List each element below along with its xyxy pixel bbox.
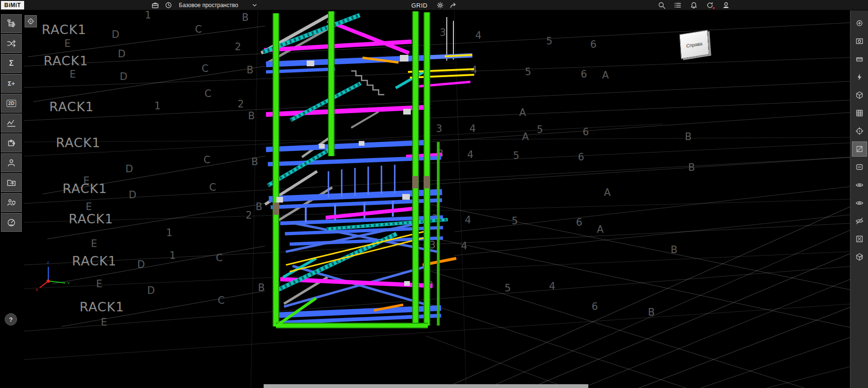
tool-analytics[interactable]: [1, 114, 22, 132]
grid-label: 6: [592, 301, 598, 312]
rtool-deselect-all[interactable]: [852, 232, 867, 246]
grid-label: E: [96, 278, 102, 290]
grid-label: RACK1: [69, 212, 113, 226]
chevron-down-icon[interactable]: [250, 0, 259, 10]
menu-list-icon[interactable]: [673, 0, 682, 10]
grid-label: B: [251, 156, 258, 168]
cube-icon: [855, 91, 864, 99]
flash-icon: [855, 73, 864, 81]
rtool-grid-display[interactable]: [852, 106, 867, 120]
grid-label: E: [83, 175, 89, 186]
tool-user-location[interactable]: [1, 193, 22, 212]
grid-label: 3: [440, 27, 446, 38]
rtool-focus-target[interactable]: [852, 124, 867, 138]
grid-label: C: [209, 182, 216, 193]
app-logo[interactable]: BiMiT: [1, 1, 24, 9]
topbar: BiMiT Базовое пространство GRID: [0, 0, 868, 10]
eye-icon: [855, 181, 864, 189]
grid-icon: [855, 109, 864, 117]
tool-connections[interactable]: [1, 34, 22, 53]
frame-icon: [855, 163, 864, 171]
grid-label: 2: [246, 210, 252, 221]
viewport-3d[interactable]: RACK1RACK1RACK1RACK1RACK1RACK1RACK1RACK1…: [0, 10, 868, 388]
puzzle-icon: [7, 138, 16, 148]
tool-plugins[interactable]: [1, 133, 22, 152]
grid-label: 1: [145, 10, 151, 21]
rtool-visibility[interactable]: [852, 178, 867, 192]
grid-label: 5: [512, 215, 518, 227]
settings-gear-icon[interactable]: [435, 0, 445, 10]
rtool-viewport-panels[interactable]: [852, 52, 867, 66]
grid-label: B: [685, 131, 691, 142]
grid-label: RACK1: [44, 53, 88, 68]
grid-label: E: [91, 238, 97, 249]
rtool-viewport-capture[interactable]: [852, 34, 867, 48]
grid-label: A: [602, 70, 609, 81]
eye-off-icon: [855, 217, 864, 225]
grid-label: B: [256, 201, 262, 212]
help-button[interactable]: ?: [5, 313, 17, 326]
grid-label: 4: [461, 240, 467, 252]
grid-label: B: [242, 12, 248, 23]
camera-frame-icon: [855, 37, 864, 45]
share-arrow-icon[interactable]: [449, 0, 458, 10]
user-icon: [7, 158, 16, 168]
user-account-icon[interactable]: [721, 0, 731, 10]
tool-shared-projects[interactable]: [1, 173, 22, 192]
grid-label: D: [147, 285, 155, 296]
grid-label: B: [648, 307, 655, 318]
grid-label: 6: [590, 39, 596, 50]
grid-label: D: [120, 71, 127, 82]
grid-label: RACK1: [80, 300, 124, 314]
axis-x-label: X: [35, 288, 38, 292]
grid-label: 2: [238, 98, 244, 110]
chart-line-icon: [7, 118, 16, 128]
grid-label: E: [64, 38, 71, 49]
grid-label: 6: [583, 126, 589, 138]
grid-label: A: [604, 187, 611, 198]
rtool-clipping-cube[interactable]: [852, 250, 867, 264]
tool-2d-view[interactable]: 2D: [1, 94, 22, 113]
search-icon[interactable]: [657, 0, 666, 10]
grid-label: RACK1: [49, 99, 94, 114]
grid-label: 2: [235, 41, 241, 53]
tool-user[interactable]: [1, 153, 22, 172]
grid-label: A: [597, 224, 604, 235]
grid-label: 4: [465, 214, 471, 226]
grid-label: 1: [169, 250, 176, 261]
grid-label: 5: [537, 124, 543, 135]
workspace-selector[interactable]: Базовое пространство: [179, 2, 238, 9]
sigma-plus-icon: Σ+: [8, 80, 15, 87]
grid-label: 1: [154, 100, 160, 112]
tool-sum-add[interactable]: Σ+: [1, 74, 22, 93]
grid-label: E: [101, 317, 107, 328]
rtool-visibility-alt[interactable]: [852, 196, 867, 210]
user-pin-icon: [7, 198, 16, 207]
notification-bell-icon[interactable]: [689, 0, 699, 10]
grid-label: B: [258, 282, 265, 293]
scene-3d[interactable]: RACK1RACK1RACK1RACK1RACK1RACK1RACK1RACK1…: [0, 10, 868, 388]
view-cube[interactable]: Справа: [680, 32, 709, 57]
grid-label: D: [112, 29, 119, 40]
gauge-icon: [7, 218, 16, 227]
close-box-icon: [855, 235, 864, 243]
grid-label: D: [118, 48, 125, 60]
rtool-section-plane[interactable]: [852, 142, 867, 156]
rtool-quick-actions[interactable]: [852, 70, 867, 84]
axis-y-label: Y: [67, 281, 70, 285]
tool-dashboard[interactable]: [1, 213, 22, 232]
rtool-hide-elements[interactable]: [852, 214, 867, 228]
locate-widget[interactable]: [25, 15, 37, 27]
grid-label: 4: [549, 281, 555, 292]
grid-label: C: [204, 154, 211, 166]
rtool-frame-selection[interactable]: [852, 160, 867, 174]
grid-label: D: [137, 259, 145, 270]
tool-sum[interactable]: Σ: [1, 54, 22, 73]
grid-label: E: [70, 69, 76, 80]
rtool-orbit-navigation[interactable]: [852, 16, 867, 30]
history-clock-icon[interactable]: [164, 0, 173, 10]
sync-update-icon[interactable]: [705, 0, 715, 10]
briefcase-icon[interactable]: [151, 0, 160, 10]
tool-model-tree[interactable]: [1, 14, 22, 33]
rtool-perspective-cube[interactable]: [852, 88, 867, 102]
